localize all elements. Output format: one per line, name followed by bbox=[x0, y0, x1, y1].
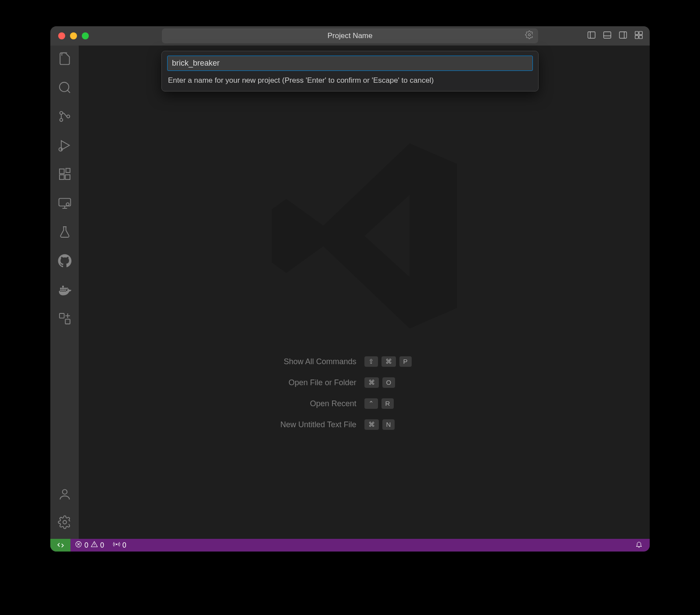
extensions-icon[interactable] bbox=[58, 167, 72, 183]
welcome-label: New Untitled Text File bbox=[79, 420, 364, 429]
layout-controls bbox=[587, 30, 644, 42]
explorer-icon[interactable] bbox=[58, 52, 72, 67]
svg-rect-8 bbox=[639, 32, 642, 35]
settings-icon[interactable] bbox=[525, 31, 534, 42]
project-name-input[interactable] bbox=[167, 56, 533, 71]
toggle-panel-icon[interactable] bbox=[602, 30, 612, 42]
github-icon[interactable] bbox=[58, 254, 72, 270]
project-manager-icon[interactable] bbox=[58, 312, 72, 327]
welcome-label: Show All Commands bbox=[79, 357, 364, 366]
broadcast-icon bbox=[113, 541, 120, 550]
traffic-lights bbox=[58, 32, 89, 39]
svg-point-35 bbox=[116, 544, 118, 545]
svg-point-29 bbox=[63, 520, 66, 524]
keycap: R bbox=[382, 398, 394, 409]
svg-rect-27 bbox=[65, 319, 70, 324]
svg-point-11 bbox=[60, 82, 69, 91]
ports-count: 0 bbox=[122, 541, 126, 549]
bell-icon bbox=[635, 541, 643, 550]
keycap: O bbox=[382, 377, 396, 388]
svg-rect-26 bbox=[60, 313, 64, 318]
welcome-label: Open Recent bbox=[79, 399, 364, 408]
testing-icon[interactable] bbox=[58, 225, 72, 241]
keycap: ⌃ bbox=[364, 398, 378, 409]
activity-bar bbox=[50, 46, 79, 539]
error-icon bbox=[75, 541, 82, 550]
command-center[interactable]: Project Name bbox=[162, 28, 538, 43]
keycap: N bbox=[382, 419, 395, 430]
keycap: P bbox=[399, 356, 412, 367]
keycap: ⌘ bbox=[382, 356, 396, 367]
ports-status[interactable]: 0 bbox=[108, 541, 131, 550]
svg-point-13 bbox=[60, 112, 63, 115]
welcome-row-open-file[interactable]: Open File or Folder ⌘ O bbox=[79, 377, 650, 388]
svg-rect-18 bbox=[60, 169, 64, 174]
remote-explorer-icon[interactable] bbox=[58, 196, 72, 212]
keycap: ⌘ bbox=[364, 419, 379, 430]
svg-rect-1 bbox=[588, 32, 595, 39]
customize-layout-icon[interactable] bbox=[634, 30, 644, 42]
vscode-logo bbox=[262, 133, 467, 339]
source-control-icon[interactable] bbox=[58, 109, 72, 125]
accounts-icon[interactable] bbox=[58, 487, 72, 503]
toggle-primary-sidebar-icon[interactable] bbox=[587, 30, 596, 42]
welcome-shortcuts: Show All Commands ⇧ ⌘ P Open File or Fol… bbox=[79, 356, 650, 430]
svg-rect-3 bbox=[604, 32, 611, 39]
status-bar: 0 0 0 bbox=[50, 539, 650, 552]
warning-icon bbox=[91, 541, 98, 550]
close-button[interactable] bbox=[58, 32, 65, 39]
svg-rect-5 bbox=[620, 32, 627, 39]
svg-line-12 bbox=[67, 90, 70, 93]
welcome-label: Open File or Folder bbox=[79, 378, 364, 387]
svg-rect-7 bbox=[635, 32, 638, 35]
keycap: ⌘ bbox=[364, 377, 379, 388]
welcome-row-show-commands[interactable]: Show All Commands ⇧ ⌘ P bbox=[79, 356, 650, 367]
quick-input-hint: Enter a name for your new project (Press… bbox=[167, 76, 533, 85]
error-count: 0 bbox=[84, 541, 88, 549]
svg-rect-20 bbox=[65, 175, 70, 179]
manage-icon[interactable] bbox=[58, 515, 72, 531]
docker-icon[interactable] bbox=[58, 283, 72, 299]
minimize-button[interactable] bbox=[70, 32, 77, 39]
command-center-label: Project Name bbox=[328, 32, 373, 40]
svg-point-0 bbox=[528, 34, 531, 36]
svg-point-14 bbox=[60, 119, 63, 122]
notifications-status[interactable] bbox=[631, 541, 650, 550]
editor-area: Show All Commands ⇧ ⌘ P Open File or Fol… bbox=[79, 46, 650, 539]
vscode-window: Project Name bbox=[50, 26, 650, 552]
welcome-row-new-file[interactable]: New Untitled Text File ⌘ N bbox=[79, 419, 650, 430]
keycap: ⇧ bbox=[364, 356, 378, 367]
svg-rect-19 bbox=[60, 175, 64, 179]
run-debug-icon[interactable] bbox=[58, 138, 72, 154]
editor-body: Show All Commands ⇧ ⌘ P Open File or Fol… bbox=[50, 46, 650, 539]
svg-rect-9 bbox=[635, 35, 638, 39]
remote-indicator[interactable] bbox=[50, 539, 70, 552]
problems-status[interactable]: 0 0 bbox=[70, 541, 108, 550]
svg-rect-21 bbox=[66, 169, 70, 172]
quick-input-panel: Enter a name for your new project (Press… bbox=[161, 51, 539, 91]
toggle-secondary-sidebar-icon[interactable] bbox=[618, 30, 628, 42]
svg-point-15 bbox=[66, 115, 70, 118]
svg-point-28 bbox=[62, 489, 67, 494]
svg-point-25 bbox=[66, 203, 69, 206]
warning-count: 0 bbox=[100, 541, 104, 549]
titlebar: Project Name bbox=[50, 26, 650, 46]
welcome-row-open-recent[interactable]: Open Recent ⌃ R bbox=[79, 398, 650, 409]
svg-rect-10 bbox=[639, 35, 642, 39]
search-icon[interactable] bbox=[58, 81, 72, 96]
maximize-button[interactable] bbox=[82, 32, 89, 39]
